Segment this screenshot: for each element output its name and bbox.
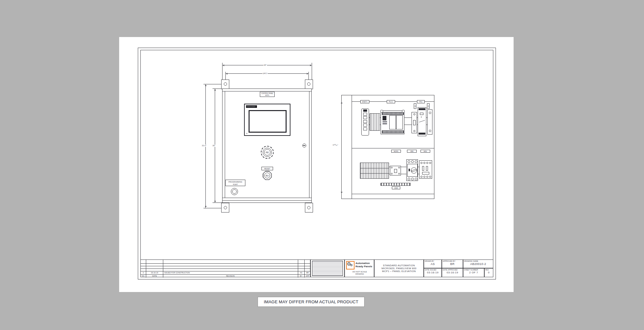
subpanel-left-channel (352, 95, 352, 199)
dim-width-overall: 16" (263, 64, 267, 66)
door-latch (302, 144, 306, 147)
rj45-port (363, 116, 367, 119)
ms1-pole (426, 166, 428, 171)
ps-terminal-strip (419, 133, 425, 135)
programming-port-inner (232, 189, 237, 194)
disclaimer-fine-print (312, 261, 343, 276)
hmi-panelview (244, 104, 290, 136)
cb3-indicator (409, 169, 410, 171)
dim-arrow (225, 73, 227, 75)
dim-subpanel-height: 17⁹⁄₁₆" (332, 144, 338, 146)
motor-protector-cb3 (406, 159, 418, 181)
dim-arrow (214, 89, 216, 90)
date-issued-cell: DATE ISSUED 03-16-19 (424, 268, 442, 277)
contactor-ms1 (419, 160, 432, 179)
plc-micro820 (381, 110, 404, 134)
rev-row-line (141, 269, 311, 269)
arp-logo-text: Automation Ready Panels (355, 262, 372, 268)
dim-arrow (310, 64, 312, 66)
panel-tag-line1: CONTROL PANEL (261, 93, 273, 94)
plc-display (383, 116, 386, 120)
ms1-coil-label (422, 172, 429, 174)
ps-led (421, 117, 422, 118)
relay-mcr1 (390, 166, 401, 175)
tag-enet1: ENET1 (360, 100, 369, 103)
relay-screw (398, 167, 400, 168)
tag-mcr1: MCR1 (391, 150, 401, 153)
allen-bradley-logo (246, 105, 257, 108)
logo-text-marks (247, 106, 256, 107)
hmi-indicator-dot (246, 133, 247, 134)
dim-arrow (307, 73, 309, 75)
gear-icon: ⚙ (350, 263, 353, 267)
door-bottom-edge (223, 198, 311, 198)
rev-cell: REV 0 (484, 268, 493, 277)
dim-arrow (205, 84, 207, 86)
ms1-terminal (426, 176, 428, 178)
extension-line (204, 208, 222, 208)
door-top-edge (223, 91, 311, 91)
date-approved-cell: DATE APPROVED 03-16-19 (442, 268, 463, 277)
relay-body (394, 169, 397, 173)
dim-arrow (341, 192, 343, 194)
panel-tag: CONTROL PANEL MCP1 (260, 92, 275, 97)
circuit-breaker-cb1 (412, 112, 417, 133)
tag-cb2: CB2 (427, 103, 430, 109)
mounting-hole (307, 82, 310, 86)
drawing-title-cell: STANDARD AUTOMATION MICRO820, PANELIVEW … (374, 259, 424, 277)
ms1-terminal (429, 162, 431, 164)
breaker-terminal (429, 130, 431, 132)
breaker-terminal (413, 113, 415, 115)
ms1-terminal (429, 176, 431, 178)
reset-caption: RESET (261, 167, 273, 170)
cb3-body (407, 164, 418, 177)
rev-header-by: BY (298, 275, 304, 277)
scale-note-line1: DO NOT SCALE (353, 271, 367, 273)
date-issued-value: 03-16-19 (424, 271, 441, 274)
rev-date: 03-16-19 (147, 272, 163, 274)
cb3-terminal (415, 160, 417, 163)
disclaimer-cell (310, 259, 345, 277)
plc-detail (383, 123, 387, 124)
ground-bar (381, 183, 411, 186)
plc-terminal-strip (382, 130, 404, 133)
dim-line-16 (222, 65, 312, 65)
drawing-name-label: DRAWING NAME (463, 260, 493, 262)
switch-status-block (363, 109, 367, 112)
cb3-terminal (408, 178, 410, 180)
sheet-number-label: SHEET NUMBER (463, 269, 484, 271)
rj45-port (363, 120, 367, 123)
rev-header-app: APP (304, 275, 311, 277)
door-lip-line (223, 200, 311, 201)
rev-by: AS (298, 272, 304, 274)
ms1-terminal (421, 176, 422, 178)
sheet-inner-border (140, 50, 493, 277)
dim-arrow (214, 201, 216, 203)
rev-no: 0 (141, 272, 146, 274)
subpanel-mid-line (352, 148, 434, 148)
rj45-port (363, 127, 367, 130)
rev-header-date: DATE (147, 275, 163, 277)
door-right-edge (309, 91, 309, 198)
tb-divider (360, 168, 389, 168)
tb-divider (360, 173, 389, 174)
arp-logo-line2: Ready Panels (355, 265, 372, 268)
drawn-by-label: DRAWN BY (424, 260, 441, 262)
tag-plc1: PLC1 (387, 100, 395, 103)
arp-logo-line1: Automation (355, 262, 370, 265)
rev-header-revision: REVISION (163, 275, 298, 277)
hmi-screen (249, 110, 287, 133)
approved-by-cell: APPROVED BY BR (442, 259, 463, 268)
drawn-by-cell: DRAWN BY AS (424, 259, 442, 268)
plc-plugin-slot (389, 115, 396, 129)
product-image-viewer: { "caption": "IMAGE MAY DIFFER FROM ACTU… (0, 0, 644, 330)
latch-slot (303, 145, 305, 146)
programming-port-line2: PORT (233, 184, 238, 185)
rev-value: 0 (485, 271, 493, 274)
ms1-terminal (423, 162, 425, 164)
drawn-by-value: AS (424, 262, 441, 266)
power-supply-ps1 (418, 107, 426, 136)
tag-cb1: CB1 (414, 103, 416, 109)
ps-vent-line (419, 120, 425, 122)
mounting-hole (224, 206, 227, 209)
